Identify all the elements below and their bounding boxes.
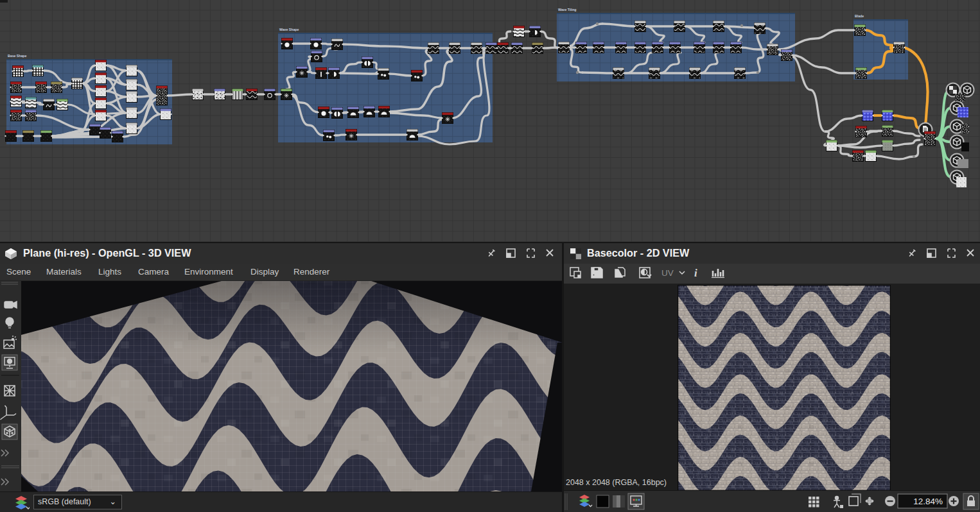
svg-text:i: i bbox=[694, 267, 697, 279]
svg-text:Base Shape: Base Shape bbox=[8, 54, 27, 58]
svg-text:UV: UV bbox=[661, 268, 674, 278]
svg-text:Wave Tiling: Wave Tiling bbox=[558, 8, 577, 12]
svg-text:Wave Shape: Wave Shape bbox=[279, 28, 299, 31]
svg-text:12.84%: 12.84% bbox=[913, 497, 943, 506]
svg-text:Blade: Blade bbox=[855, 14, 864, 18]
